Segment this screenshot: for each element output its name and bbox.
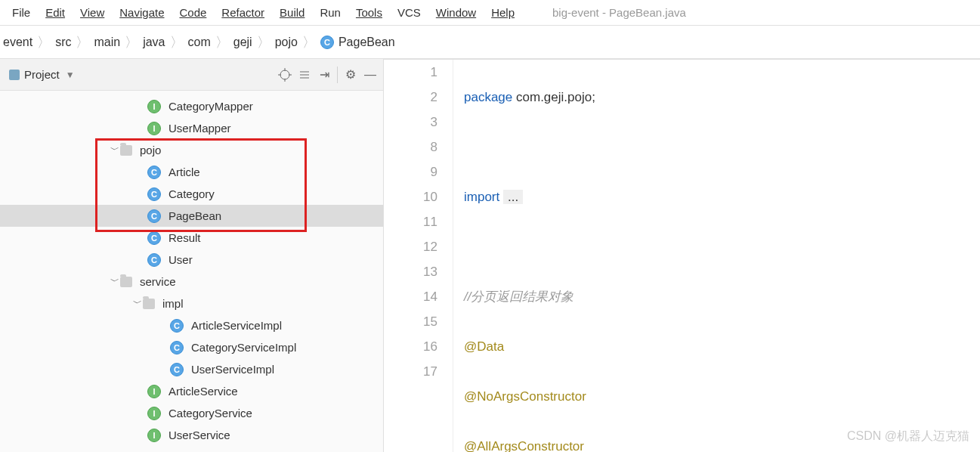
tree-label: Category [168, 187, 215, 200]
class-icon: C [170, 341, 184, 354]
tree-item-article-service[interactable]: I ArticleService [0, 380, 383, 402]
chevron-right-icon: 〉 [32, 33, 55, 51]
chevron-right-icon: 〉 [71, 33, 94, 51]
expand-all-icon[interactable] [295, 65, 314, 85]
tree-item-category[interactable]: C Category [0, 183, 383, 205]
tree-item-pagebean[interactable]: C PageBean [0, 205, 383, 227]
interface-icon: I [147, 100, 161, 113]
line-number: 16 [384, 334, 437, 359]
tree-label: Article [168, 166, 200, 178]
menu-edit[interactable]: Edit [38, 6, 73, 19]
line-number: 12 [384, 234, 437, 259]
tree-item-article-service-impl[interactable]: C ArticleServiceImpl [0, 314, 383, 336]
menu-build[interactable]: Build [272, 6, 312, 19]
minimize-icon[interactable]: — [360, 65, 380, 85]
menu-code[interactable]: Code [172, 6, 214, 19]
crumb-0[interactable]: event [3, 36, 32, 49]
folder-icon [120, 277, 132, 287]
tree-label: CategoryMapper [168, 100, 253, 113]
line-number: 17 [384, 359, 437, 384]
tree-folder-impl[interactable]: ﹀ impl [0, 293, 383, 314]
class-icon: C [147, 253, 161, 267]
menu-vcs[interactable]: VCS [390, 6, 428, 19]
svg-point-0 [280, 70, 289, 79]
chevron-down-icon[interactable]: ﹀ [132, 297, 143, 310]
project-tool-window: Project ▼ ⇥ ⚙ — I CategoryMapper I UserM… [0, 59, 384, 452]
line-number: 11 [384, 209, 437, 234]
crumb-6[interactable]: pojo [275, 36, 298, 49]
chevron-down-icon[interactable]: ﹀ [110, 275, 120, 288]
crumb-3[interactable]: java [143, 36, 165, 49]
chevron-right-icon: 〉 [120, 33, 143, 51]
tree-item-article[interactable]: C Article [0, 161, 383, 183]
project-tree[interactable]: I CategoryMapper I UserMapper ﹀ pojo C A… [0, 91, 383, 452]
tree-label: PageBean [168, 209, 221, 222]
crumb-1[interactable]: src [55, 36, 71, 49]
chevron-down-icon[interactable]: ﹀ [110, 144, 120, 156]
class-icon: C [147, 187, 161, 201]
line-number: 15 [384, 309, 437, 334]
tree-item-user-service-impl[interactable]: C UserServiceImpl [0, 358, 383, 380]
folder-icon [120, 145, 132, 156]
tree-label: Result [168, 231, 201, 244]
project-icon [9, 70, 20, 80]
menu-navigate[interactable]: Navigate [112, 6, 172, 19]
chevron-right-icon: 〉 [211, 33, 233, 51]
line-number: 3 [384, 110, 437, 135]
tree-folder-service[interactable]: ﹀ service [0, 271, 383, 293]
menu-help[interactable]: Help [484, 6, 522, 19]
tree-folder-pojo[interactable]: ﹀ pojo [0, 139, 383, 161]
chevron-down-icon[interactable]: ▼ [66, 70, 75, 80]
menu-view[interactable]: View [73, 6, 112, 19]
tree-label: UserService [168, 429, 230, 441]
tree-item-user[interactable]: C User [0, 249, 383, 271]
breadcrumb-bar: event〉 src〉 main〉 java〉 com〉 geji〉 pojo〉… [0, 26, 980, 59]
breadcrumb[interactable]: event〉 src〉 main〉 java〉 com〉 geji〉 pojo〉… [3, 33, 395, 51]
tree-label: UserServiceImpl [191, 363, 274, 376]
line-number: 13 [384, 259, 437, 284]
interface-icon: I [147, 429, 161, 442]
interface-icon: I [147, 385, 161, 398]
code-content[interactable]: package com.geji.pojo; import ... //分页返回… [453, 60, 980, 452]
tree-item-user-service[interactable]: I UserService [0, 424, 383, 446]
line-number: 14 [384, 284, 437, 309]
tree-item-user-mapper[interactable]: I UserMapper [0, 117, 383, 139]
line-number: 2 [384, 85, 437, 110]
crumb-4[interactable]: com [188, 36, 211, 49]
menu-bar: File Edit View Navigate Code Refactor Bu… [0, 0, 980, 26]
separator [337, 67, 338, 83]
crumb-file[interactable]: PageBean [339, 36, 395, 49]
line-number: 9 [384, 159, 437, 184]
tree-label: ArticleService [168, 385, 238, 398]
crumb-2[interactable]: main [94, 36, 120, 49]
tree-label: impl [162, 297, 184, 310]
gear-icon[interactable]: ⚙ [341, 65, 360, 85]
tree-label: UserMapper [168, 122, 231, 135]
gutter: 1 2 3 8 9 10 11 12 13 14 15 16 17 [384, 60, 453, 452]
tree-item-category-service-impl[interactable]: C CategoryServiceImpl [0, 336, 383, 358]
class-icon: C [147, 231, 161, 245]
menu-run[interactable]: Run [312, 6, 348, 19]
tree-item-result[interactable]: C Result [0, 227, 383, 249]
crumb-5[interactable]: geji [233, 36, 252, 49]
line-number: 10 [384, 184, 437, 209]
menu-file[interactable]: File [5, 6, 38, 19]
tree-item-category-mapper[interactable]: I CategoryMapper [0, 95, 383, 117]
window-title: big-event - PageBean.java [552, 6, 686, 19]
class-icon: C [170, 319, 184, 333]
collapse-all-icon[interactable]: ⇥ [314, 65, 334, 85]
menu-window[interactable]: Window [428, 6, 484, 19]
folder-icon [143, 299, 155, 309]
project-header: Project ▼ ⇥ ⚙ — [0, 59, 383, 91]
locate-icon[interactable] [275, 65, 295, 85]
chevron-right-icon: 〉 [298, 33, 320, 51]
tree-label: ArticleServiceImpl [191, 319, 282, 332]
tree-label: pojo [140, 144, 161, 156]
code-editor[interactable]: 1 2 3 8 9 10 11 12 13 14 15 16 17 packag… [384, 60, 980, 452]
tree-item-category-service[interactable]: I CategoryService [0, 402, 383, 424]
line-number: 1 [384, 60, 437, 85]
menu-refactor[interactable]: Refactor [214, 6, 272, 19]
menu-tools[interactable]: Tools [348, 6, 390, 19]
project-label[interactable]: Project [24, 68, 60, 81]
editor-panel: a× <> ArticleMapper.xml × C CategoryCont… [384, 59, 980, 452]
